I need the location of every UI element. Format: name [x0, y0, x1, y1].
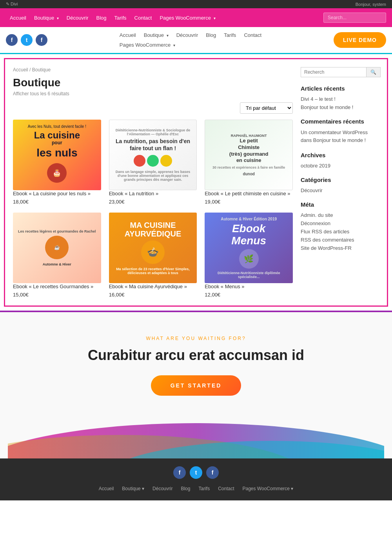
sec-nav-boutique[interactable]: Boutique ▾ [140, 30, 172, 40]
product-cover-4: Les recettes légères et gourmandes de Ra… [13, 213, 101, 283]
get-started-button[interactable]: GET STARTED [151, 375, 241, 396]
list-item: octobre 2019 [301, 162, 379, 169]
list-item: Déconnexion [301, 220, 379, 226]
live-demo-button[interactable]: LIVE DEMO [334, 32, 386, 48]
product-item-6[interactable]: Automne & Hiver Édition 2019 EbookMenus … [205, 213, 293, 298]
product-item-1[interactable]: Avec les Nuls, tout devient facile ! La … [13, 120, 101, 205]
social-facebook-icon[interactable]: f [6, 34, 18, 46]
footer-nav-accueil[interactable]: Accueil [96, 485, 117, 493]
nav-pages-woo[interactable]: Pages WooCommerce ▾ [156, 9, 219, 26]
product-cover-5: MA CUISINEAYURVÉDIQUE 🍲 Ma sélection de … [109, 213, 197, 283]
product-cover-1: Avec les Nuls, tout devient facile ! La … [13, 120, 101, 190]
results-count: Afficher tous les 6 résultats [13, 91, 293, 96]
list-item: Admin. du site [301, 212, 379, 218]
cta-section: WHAT ARE YOU WAITING FOR? Curabitur arcu… [0, 311, 392, 458]
footer-nav-tarifs[interactable]: Tarifs [195, 485, 213, 493]
breadcrumb-home[interactable]: Accueil [13, 67, 28, 73]
footer-twitter-icon[interactable]: t [190, 466, 202, 479]
sidebar-meta-rss-comments[interactable]: RSS des commentaires [301, 237, 354, 243]
sec-nav-decouvrir[interactable]: Découvrir [172, 30, 202, 40]
sec-nav-accueil[interactable]: Accueil [116, 30, 140, 40]
sidebar-article-link-1[interactable]: Divi 4 – le test ! [301, 96, 336, 102]
top-bar-right: Bonjour, system [356, 2, 386, 7]
footer: f t f Accueil Boutique ▾ Découvrir Blog … [0, 458, 392, 500]
product-name-5: Ebook « Ma cuisine Ayurvédique » [109, 283, 197, 290]
cta-subtitle: WHAT ARE YOU WAITING FOR? [8, 336, 384, 341]
sidebar-search-input[interactable] [301, 67, 366, 77]
sidebar-meta: Méta Admin. du site Déconnexion Flux RSS… [301, 201, 379, 251]
product-price-2: 23,00€ [109, 199, 197, 205]
secondary-nav-links-2: Pages WooCommerce ▾ [116, 40, 265, 50]
secondary-nav-links: Accueil Boutique ▾ Découvrir Blog Tarifs… [116, 30, 265, 40]
sidebar-meta-rss-articles[interactable]: Flux RSS des articles [301, 229, 349, 235]
footer-nav-blog[interactable]: Blog [178, 485, 193, 493]
product-price-4: 15,00€ [13, 292, 101, 298]
sidebar-meta-admin[interactable]: Admin. du site [301, 212, 333, 218]
breadcrumb-separator: / [29, 67, 32, 73]
sec-nav-contact[interactable]: Contact [240, 30, 265, 40]
top-bar: ✎ Divi Bonjour, system [0, 0, 392, 8]
main-content: Accueil / Boutique Boutique Afficher tou… [13, 67, 301, 298]
nav-blog[interactable]: Blog [92, 9, 110, 26]
product-item-2[interactable]: Diététicienne-Nutritionniste & Sociologu… [109, 120, 197, 205]
footer-nav-pages-woo[interactable]: Pages WooCommerce ▾ [240, 485, 297, 493]
product-cover-3: RAPHAËL HAUMONT Le petitChimiste(très) g… [205, 120, 293, 190]
nav-tarifs[interactable]: Tarifs [111, 9, 131, 26]
sidebar-category-link-1[interactable]: Découvrir [301, 187, 323, 193]
footer-facebook-icon[interactable]: f [173, 466, 186, 479]
list-item: Divi 4 – le test ! [301, 96, 379, 102]
sidebar-article-link-2[interactable]: Bonjour tout le monde ! [301, 104, 353, 110]
product-name-6: Ebook « Menus » [205, 283, 293, 290]
breadcrumb-current: Boutique [32, 67, 51, 73]
chevron-icon-footer2: ▾ [291, 486, 293, 491]
sidebar-categories-list: Découvrir [301, 187, 379, 193]
sec-nav-tarifs[interactable]: Tarifs [220, 30, 240, 40]
chevron-icon-footer: ▾ [142, 486, 144, 491]
social-facebook2-icon[interactable]: f [36, 34, 47, 46]
product-item-3[interactable]: RAPHAËL HAUMONT Le petitChimiste(très) g… [205, 120, 293, 205]
sidebar-recent-comments: Commentaires récents Un commentateur Wor… [301, 118, 379, 144]
product-cover-label-1: Avec les Nuls, tout devient facile ! La … [28, 124, 86, 186]
content-wrapper: Accueil / Boutique Boutique Afficher tou… [4, 58, 388, 307]
sec-nav-pages-woo[interactable]: Pages WooCommerce ▾ [116, 40, 179, 50]
product-name-4: Ebook « Le recettes Gourmandes » [13, 283, 101, 290]
footer-nav-decouvrir[interactable]: Découvrir [149, 485, 176, 493]
list-item: Bonjour tout le monde ! [301, 104, 379, 110]
sidebar-recent-articles: Articles récents Divi 4 – le test ! Bonj… [301, 85, 379, 110]
nav-boutique[interactable]: Boutique ▾ [30, 9, 63, 26]
social-twitter-icon[interactable]: t [21, 34, 33, 46]
sidebar-archives-list: octobre 2019 [301, 162, 379, 169]
sidebar-meta-list: Admin. du site Déconnexion Flux RSS des … [301, 212, 379, 251]
search-input[interactable] [323, 13, 386, 23]
sidebar-recent-articles-title: Articles récents [301, 85, 379, 92]
sort-bar: Tri par défaut Popularité Prix croissant… [13, 102, 293, 114]
list-item: Flux RSS des articles [301, 228, 379, 235]
sort-select[interactable]: Tri par défaut Popularité Prix croissant… [240, 102, 293, 114]
footer-nav-contact[interactable]: Contact [215, 485, 237, 493]
nav-contact[interactable]: Contact [131, 9, 156, 26]
footer-social: f t f [6, 466, 386, 479]
product-price-6: 12,00€ [205, 292, 293, 298]
footer-nav-boutique[interactable]: Boutique ▾ [119, 485, 147, 493]
product-price-1: 18,00€ [13, 199, 101, 205]
cta-title: Curabitur arcu erat accumsan id [8, 347, 384, 364]
sidebar-search-button[interactable]: 🔍 [366, 67, 381, 77]
sidebar-meta-logout[interactable]: Déconnexion [301, 220, 330, 226]
main-nav: Accueil Boutique ▾ Découvrir Blog Tarifs… [0, 8, 392, 27]
sidebar-archive-link-1[interactable]: octobre 2019 [301, 163, 330, 169]
sidebar-recent-comments-text: Un commentateur WordPress dans Bonjour t… [301, 129, 379, 144]
footer-facebook2-icon[interactable]: f [206, 466, 219, 479]
product-item-4[interactable]: Les recettes légères et gourmandes de Ra… [13, 213, 101, 298]
top-bar-left: ✎ Divi [6, 2, 18, 7]
product-item-5[interactable]: MA CUISINEAYURVÉDIQUE 🍲 Ma sélection de … [109, 213, 197, 298]
sec-nav-blog[interactable]: Blog [202, 30, 220, 40]
chevron-icon-sec: ▾ [167, 33, 169, 38]
nav-decouvrir[interactable]: Découvrir [63, 9, 93, 26]
sidebar-recent-comments-title: Commentaires récents [301, 118, 379, 125]
sidebar-categories-title: Catégories [301, 176, 379, 183]
nav-accueil[interactable]: Accueil [6, 9, 30, 26]
sidebar-meta-wordpress[interactable]: Site de WordPress-FR [301, 245, 352, 251]
footer-nav: Accueil Boutique ▾ Découvrir Blog Tarifs… [6, 485, 386, 493]
breadcrumb: Accueil / Boutique [13, 67, 293, 73]
sidebar-recent-articles-list: Divi 4 – le test ! Bonjour tout le monde… [301, 96, 379, 110]
